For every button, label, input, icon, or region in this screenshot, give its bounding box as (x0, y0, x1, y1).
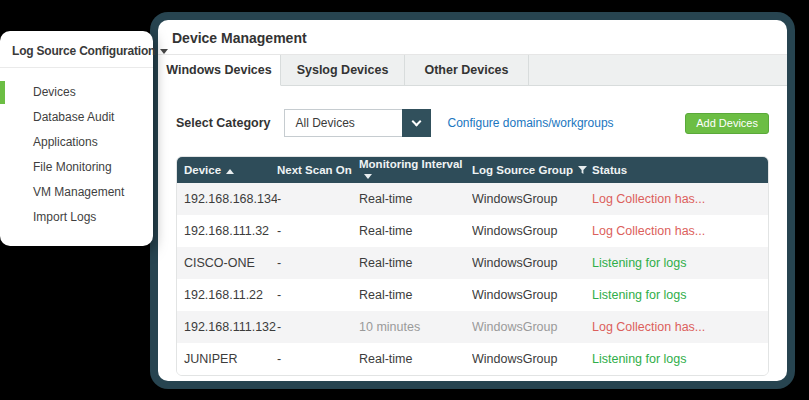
add-devices-button[interactable]: Add Devices (685, 113, 769, 134)
log-source-configuration-menu[interactable]: Log Source Configuration (0, 31, 153, 68)
sidebar-item-file-monitoring[interactable]: File Monitoring (0, 155, 153, 180)
tab-windows-devices[interactable]: Windows Devices (158, 55, 281, 86)
next-scan-cell: - (277, 311, 359, 343)
sidebar-item-devices[interactable]: Devices (0, 80, 153, 105)
sort-desc-icon (364, 174, 372, 179)
device-row[interactable]: 192.168.111.132 - 10 minutes WindowsGrou… (177, 311, 768, 343)
status-cell: Log Collection has... (592, 311, 768, 343)
column-header-monitoring-interval[interactable]: Monitoring Interval (359, 157, 472, 183)
configure-domains-link[interactable]: Configure domains/workgroups (447, 116, 613, 130)
devices-table: Device Next Scan On Monitoring Interval … (176, 156, 769, 376)
table-header-row: Device Next Scan On Monitoring Interval … (177, 157, 768, 183)
device-name-cell: 192.168.111.32 (177, 215, 277, 247)
device-name-cell: JUNIPER (177, 343, 277, 375)
status-text: Listening for logs (592, 288, 687, 302)
monitoring-interval-cell: Real-time (359, 343, 472, 375)
device-row[interactable]: 192.168.11.22 - Real-time WindowsGroup L… (177, 279, 768, 311)
select-dropdown-button[interactable] (402, 109, 431, 137)
page-title: Device Management (172, 30, 773, 46)
status-cell: Log Collection has... (592, 183, 768, 215)
device-row[interactable]: 192.168.111.32 - Real-time WindowsGroup … (177, 215, 768, 247)
sidebar-item-import-logs[interactable]: Import Logs (0, 205, 153, 230)
monitoring-interval-cell: Real-time (359, 183, 472, 215)
next-scan-cell: - (277, 279, 359, 311)
sidebar-menu: Devices Database Audit Applications File… (0, 68, 153, 230)
next-scan-cell: - (277, 215, 359, 247)
status-text: Listening for logs (592, 256, 687, 270)
sidebar-item-vm-management[interactable]: VM Management (0, 180, 153, 205)
next-scan-cell: - (277, 183, 359, 215)
device-name-cell: 192.168.111.132 (177, 311, 277, 343)
tab-syslog-devices[interactable]: Syslog Devices (281, 55, 405, 86)
log-source-group-cell: WindowsGroup (472, 311, 592, 343)
next-scan-cell: - (277, 247, 359, 279)
device-name-cell: 192.168.11.22 (177, 279, 277, 311)
log-source-group-cell: WindowsGroup (472, 343, 592, 375)
device-management-card: Device Management Windows Devices Syslog… (158, 20, 787, 381)
device-row[interactable]: 192.168.168.134 - Real-time WindowsGroup… (177, 183, 768, 215)
status-cell: Listening for logs (592, 279, 768, 311)
monitoring-interval-cell: Real-time (359, 247, 472, 279)
device-name-cell: CISCO-ONE (177, 247, 277, 279)
column-header-status[interactable]: Status (592, 157, 768, 183)
log-source-group-cell: WindowsGroup (472, 279, 592, 311)
status-cell: Listening for logs (592, 343, 768, 375)
filter-icon (578, 166, 587, 175)
select-category-label: Select Category (176, 116, 270, 130)
status-cell: Log Collection has... (592, 215, 768, 247)
device-name-cell: 192.168.168.134 (177, 183, 277, 215)
sidebar-item-applications[interactable]: Applications (0, 130, 153, 155)
status-text: Log Collection has... (592, 224, 705, 238)
monitoring-interval-cell: 10 minutes (359, 311, 472, 343)
category-select-value: All Devices (285, 116, 354, 130)
column-header-log-source-group[interactable]: Log Source Group (472, 157, 592, 183)
next-scan-cell: - (277, 343, 359, 375)
monitoring-interval-cell: Real-time (359, 215, 472, 247)
status-text: Log Collection has... (592, 320, 705, 334)
monitoring-interval-cell: Real-time (359, 279, 472, 311)
card-header: Device Management (158, 20, 787, 55)
log-source-group-cell: WindowsGroup (472, 215, 592, 247)
caret-down-icon (160, 49, 168, 54)
sidebar-item-database-audit[interactable]: Database Audit (0, 105, 153, 130)
page-background: Device Management Windows Devices Syslog… (0, 0, 809, 400)
column-header-device[interactable]: Device (177, 157, 277, 183)
log-source-sidebar: Log Source Configuration Devices Databas… (0, 31, 153, 246)
tab-strip-filler (529, 55, 787, 86)
log-source-group-cell: WindowsGroup (472, 183, 592, 215)
device-tabs: Windows Devices Syslog Devices Other Dev… (158, 55, 787, 86)
status-text: Log Collection has... (592, 192, 705, 206)
tab-other-devices[interactable]: Other Devices (405, 55, 529, 86)
status-text: Listening for logs (592, 352, 687, 366)
sidebar-title: Log Source Configuration (12, 44, 155, 58)
device-management-panel: Device Management Windows Devices Syslog… (150, 12, 795, 389)
log-source-group-cell: WindowsGroup (472, 247, 592, 279)
sort-asc-icon (226, 169, 234, 174)
status-cell: Listening for logs (592, 247, 768, 279)
device-row[interactable]: JUNIPER - Real-time WindowsGroup Listeni… (177, 343, 768, 375)
category-select[interactable]: All Devices (284, 109, 431, 137)
device-row[interactable]: CISCO-ONE - Real-time WindowsGroup Liste… (177, 247, 768, 279)
chevron-down-icon (412, 117, 422, 127)
column-header-next-scan[interactable]: Next Scan On (277, 157, 359, 183)
table-toolbar: Select Category All Devices Configure do… (158, 86, 787, 148)
